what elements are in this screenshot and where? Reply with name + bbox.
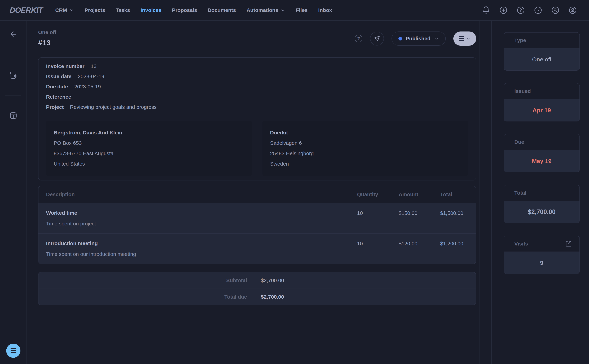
issued-card: Issued Apr 19 [504,83,580,121]
nav-item-projects[interactable]: Projects [85,7,105,13]
meta-row: Invoice number 13 [46,63,468,73]
meta-row: Issue date 2023-04-19 [46,73,468,84]
subtotal-row: Subtotal $2,700.00 [39,272,476,289]
search-circle-icon[interactable] [551,6,560,14]
totals-card: Subtotal $2,700.00 Total due $2,700.00 [38,272,476,305]
nav-item-inbox[interactable]: Inbox [318,7,332,13]
nav-item-invoices[interactable]: Invoices [141,7,161,13]
due-card: Due May 19 [504,134,580,172]
send-invoice-button[interactable] [370,32,384,46]
paper-plane-icon [374,35,380,42]
user-circle-icon[interactable] [569,6,577,14]
nav-item-tasks[interactable]: Tasks [116,7,130,13]
visits-card: Visits 9 [504,236,580,274]
bell-icon[interactable] [482,6,490,14]
rail-divider [5,56,21,56]
total-value: $2,700.00 [504,201,579,223]
external-link-icon[interactable] [565,240,572,247]
left-rail [0,21,27,364]
due-value: May 19 [504,150,579,172]
total-due-row: Total due $2,700.00 [39,289,476,305]
table-row: Worked time Time spent on project 10 $15… [39,203,476,233]
invoice-type-subtitle: One off [38,29,56,35]
main-nav: CRM Projects Tasks Invoices Proposals Do… [55,7,332,13]
page-title: #13 [38,39,56,47]
clock-circle-icon[interactable] [534,6,542,14]
top-navbar: DOERKIT CRM Projects Tasks Invoices Prop… [0,0,589,21]
nav-item-documents[interactable]: Documents [208,7,236,13]
nav-item-automations[interactable]: Automations [247,7,285,13]
sender-address: Doerkit Sadelvägen 6 25483 Helsingborg S… [262,121,468,176]
meta-row: Project Reviewing project goals and prog… [46,104,468,114]
navbar-actions [482,6,577,14]
layout-icon[interactable] [9,111,18,120]
chevron-down-icon [69,8,74,13]
quick-menu-fab[interactable] [6,344,20,358]
plus-circle-icon[interactable] [499,6,508,14]
nav-item-proposals[interactable]: Proposals [172,7,197,13]
back-arrow-icon[interactable] [9,30,18,39]
visits-value: 9 [504,252,579,274]
invoice-main: One off #13 ? Published [27,21,480,364]
more-actions-button[interactable] [453,32,476,46]
page-head: One off #13 ? Published [38,29,476,47]
wallet-icon[interactable] [9,72,18,80]
type-value: One off [504,48,579,70]
summary-sidebar: Type One off Issued Apr 19 Due May 19 To… [491,21,589,364]
chevron-down-icon [466,37,470,41]
status-dropdown[interactable]: Published [392,32,446,46]
total-card: Total $2,700.00 [504,185,580,223]
chevron-down-icon [434,36,439,41]
app-shell: One off #13 ? Published [0,21,589,364]
nav-item-files[interactable]: Files [296,7,308,13]
billing-address: Bergstrom, Davis And Klein PO Box 653 83… [46,121,252,176]
type-card: Type One off [504,32,580,71]
nav-item-crm[interactable]: CRM [55,7,74,13]
status-dot [398,37,402,40]
hamburger-icon [459,36,464,41]
rail-divider [5,96,21,96]
issued-value: Apr 19 [504,99,579,121]
app-logo: DOERKIT [10,6,43,14]
status-label: Published [406,36,430,41]
meta-row: Reference - [46,94,468,104]
invoice-controls: ? Published [355,32,476,46]
content-gutter [480,21,491,364]
table-header: Description Quantity Amount Total [39,186,476,203]
table-row: Introduction meeting Time spent on our i… [39,233,476,264]
help-icon[interactable]: ? [355,35,362,42]
location-circle-icon[interactable] [517,6,525,14]
chevron-down-icon [281,8,285,13]
line-items-table: Description Quantity Amount Total Worked… [38,186,476,264]
address-blocks: Bergstrom, Davis And Klein PO Box 653 83… [46,121,468,176]
meta-row: Due date 2023-05-19 [46,84,468,94]
invoice-details-card: Invoice number 13 Issue date 2023-04-19 … [38,58,476,181]
